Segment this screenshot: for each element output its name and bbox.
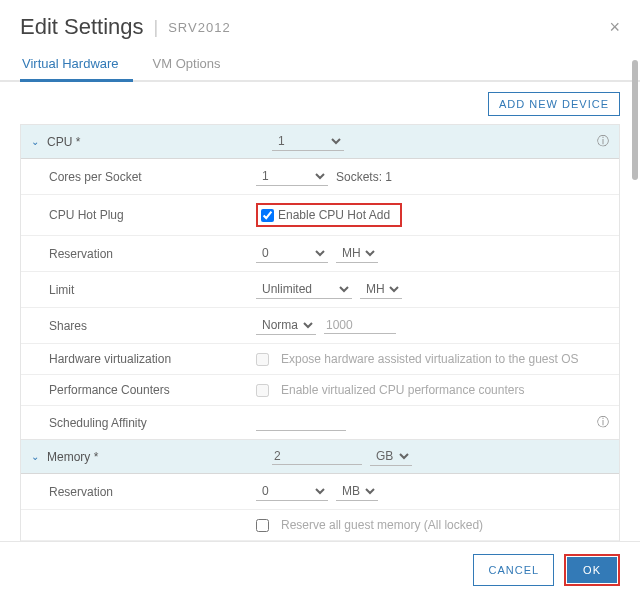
mem-reservation-unit-select[interactable]: MB <box>336 482 378 501</box>
hwvirt-checkbox <box>256 353 269 366</box>
row-cpu-limit: Limit Unlimited MHz <box>21 272 619 308</box>
cpu-label: CPU * <box>47 135 272 149</box>
row-mem-reservation: Reservation 0 MB <box>21 474 619 510</box>
tab-bar: Virtual Hardware VM Options <box>0 48 640 82</box>
hwvirt-label: Hardware virtualization <box>49 352 256 366</box>
toolbar: ADD NEW DEVICE <box>0 82 640 124</box>
row-cpu-reservation: Reservation 0 MHz <box>21 236 619 272</box>
perf-checkbox <box>256 384 269 397</box>
perf-cb-label: Enable virtualized CPU performance count… <box>281 383 524 397</box>
row-mem-reserve-all: Reserve all guest memory (All locked) <box>21 510 619 541</box>
dialog-subtitle: SRV2012 <box>168 20 230 35</box>
cpu-limit-unit-select[interactable]: MHz <box>360 280 402 299</box>
cpu-reservation-label: Reservation <box>49 247 256 261</box>
info-icon[interactable]: ⓘ <box>597 414 609 431</box>
memory-value-input[interactable] <box>272 448 362 465</box>
chevron-down-icon[interactable] <box>31 136 39 147</box>
section-memory: Memory * GB Reservation 0 MB Reserve all… <box>20 439 620 541</box>
row-cpu-shares: Shares Normal <box>21 308 619 344</box>
close-icon[interactable]: × <box>609 17 620 38</box>
reserve-all-label: Reserve all guest memory (All locked) <box>281 518 483 532</box>
cpu-limit-select[interactable]: Unlimited <box>256 280 352 299</box>
memory-label: Memory * <box>47 450 272 464</box>
scrollbar-thumb[interactable] <box>632 60 638 180</box>
cpu-reservation-unit-select[interactable]: MHz <box>336 244 378 263</box>
row-cores-per-socket: Cores per Socket 1 Sockets: 1 <box>21 159 619 195</box>
mem-reservation-label: Reservation <box>49 485 256 499</box>
tab-vm-options[interactable]: VM Options <box>151 48 235 80</box>
mem-reservation-select[interactable]: 0 <box>256 482 328 501</box>
edit-settings-dialog: Edit Settings | SRV2012 × Virtual Hardwa… <box>0 0 640 598</box>
perf-label: Performance Counters <box>49 383 256 397</box>
chevron-down-icon[interactable] <box>31 451 39 462</box>
cpu-hotplug-label: CPU Hot Plug <box>49 208 256 222</box>
cpu-shares-label: Shares <box>49 319 256 333</box>
row-scheduling-affinity: Scheduling Affinity ⓘ <box>21 406 619 439</box>
cores-label: Cores per Socket <box>49 170 256 184</box>
row-cpu-hot-plug: CPU Hot Plug Enable CPU Hot Add <box>21 195 619 236</box>
title-divider: | <box>154 17 159 38</box>
sockets-text: Sockets: 1 <box>336 170 392 184</box>
row-perf-counters: Performance Counters Enable virtualized … <box>21 375 619 406</box>
cpu-count-select[interactable]: 1 <box>272 132 344 151</box>
tab-virtual-hardware[interactable]: Virtual Hardware <box>20 48 133 82</box>
dialog-footer: CANCEL OK <box>0 541 640 598</box>
ok-button[interactable]: OK <box>567 557 617 583</box>
cpu-reservation-select[interactable]: 0 <box>256 244 328 263</box>
dialog-header: Edit Settings | SRV2012 × <box>0 0 640 48</box>
reserve-all-checkbox[interactable] <box>256 519 269 532</box>
section-head-cpu: CPU * 1 ⓘ <box>21 125 619 159</box>
settings-body: CPU * 1 ⓘ Cores per Socket 1 Sockets: 1 … <box>0 124 640 541</box>
memory-unit-select[interactable]: GB <box>370 447 412 466</box>
cpu-limit-label: Limit <box>49 283 256 297</box>
info-icon[interactable]: ⓘ <box>597 133 609 150</box>
highlight-cpu-hotplug: Enable CPU Hot Add <box>256 203 402 227</box>
highlight-ok: OK <box>564 554 620 586</box>
add-new-device-button[interactable]: ADD NEW DEVICE <box>488 92 620 116</box>
cancel-button[interactable]: CANCEL <box>473 554 554 586</box>
section-head-memory: Memory * GB <box>21 440 619 474</box>
affinity-input[interactable] <box>256 414 346 431</box>
cores-select[interactable]: 1 <box>256 167 328 186</box>
cpu-shares-value[interactable] <box>324 317 396 334</box>
section-cpu: CPU * 1 ⓘ Cores per Socket 1 Sockets: 1 … <box>20 124 620 440</box>
cpu-hotplug-cb-label: Enable CPU Hot Add <box>278 208 390 222</box>
hwvirt-cb-label: Expose hardware assisted virtualization … <box>281 352 579 366</box>
cpu-hotplug-checkbox[interactable] <box>261 209 274 222</box>
row-hardware-virtualization: Hardware virtualization Expose hardware … <box>21 344 619 375</box>
affinity-label: Scheduling Affinity <box>49 416 256 430</box>
cpu-shares-mode-select[interactable]: Normal <box>256 316 316 335</box>
dialog-title: Edit Settings <box>20 14 144 40</box>
